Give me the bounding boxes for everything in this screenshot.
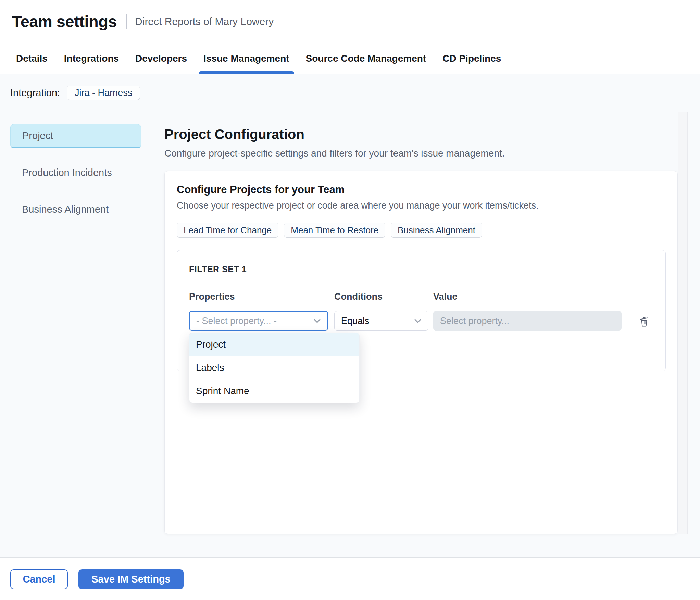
chevron-down-icon [414, 318, 422, 324]
delete-filter-button[interactable] [638, 311, 650, 331]
filter-set-title: FILTER SET 1 [189, 264, 665, 274]
page-subtitle: Direct Reports of Mary Lowery [135, 16, 274, 27]
conditions-column: Conditions Equals [334, 291, 428, 331]
properties-dropdown: Project Labels Sprint Name [189, 333, 360, 403]
integration-label: Integration: [10, 87, 60, 99]
tab-details[interactable]: Details [11, 43, 52, 74]
sidebar-item-production-incidents[interactable]: Production Incidents [10, 161, 141, 185]
settings-panes: Project Production Incidents Business Al… [0, 112, 700, 545]
tab-source-code-management[interactable]: Source Code Management [301, 43, 431, 74]
metric-chips: Lead Time for Change Mean Time to Restor… [177, 223, 666, 238]
settings-sidebar: Project Production Incidents Business Al… [8, 112, 153, 545]
dropdown-option-project[interactable]: Project [189, 333, 359, 356]
integration-row: Integration: Jira - Harness [0, 74, 700, 112]
dropdown-option-sprint-name[interactable]: Sprint Name [189, 379, 359, 403]
tab-integrations[interactable]: Integrations [59, 43, 124, 74]
section-title: Project Configuration [164, 126, 700, 142]
filter-set-1: FILTER SET 1 Properties - Select propert… [177, 250, 666, 371]
card-subtitle: Choose your respective project or code a… [177, 200, 666, 211]
tab-cd-pipelines[interactable]: CD Pipelines [438, 43, 506, 74]
conditions-select[interactable]: Equals [334, 311, 428, 331]
tab-panel-issue-management: Integration: Jira - Harness Project Prod… [0, 74, 700, 557]
conditions-select-value: Equals [341, 316, 370, 326]
properties-label: Properties [189, 291, 328, 302]
trash-icon [638, 314, 650, 327]
project-configuration-panel: Project Configuration Configure project-… [153, 112, 700, 545]
content-scrollbar[interactable] [678, 112, 688, 534]
value-column: Value [433, 291, 622, 331]
chip-lead-time-for-change[interactable]: Lead Time for Change [177, 223, 278, 238]
cancel-button[interactable]: Cancel [10, 569, 68, 589]
footer-actions: Cancel Save IM Settings [0, 557, 700, 600]
card-title: Configure Projects for your Team [177, 184, 666, 196]
page-header: Team settings Direct Reports of Mary Low… [0, 0, 700, 43]
integration-chip[interactable]: Jira - Harness [67, 86, 140, 100]
configure-projects-card: Configure Projects for your Team Choose … [164, 171, 678, 534]
value-input[interactable] [433, 311, 622, 331]
sidebar-item-business-alignment[interactable]: Business Alignment [10, 197, 141, 222]
tab-issue-management[interactable]: Issue Management [199, 43, 294, 74]
properties-select-placeholder: - Select property... - [196, 316, 277, 326]
page-title: Team settings [12, 12, 117, 31]
sidebar-item-project[interactable]: Project [10, 124, 141, 148]
tab-developers[interactable]: Developers [130, 43, 192, 74]
dropdown-option-labels[interactable]: Labels [189, 356, 359, 379]
properties-select[interactable]: - Select property... - [189, 311, 328, 331]
properties-column: Properties - Select property... - Projec… [189, 291, 328, 331]
section-description: Configure project-specific settings and … [164, 148, 700, 159]
save-im-settings-button[interactable]: Save IM Settings [78, 569, 184, 589]
chip-business-alignment[interactable]: Business Alignment [391, 223, 482, 238]
title-separator [126, 14, 127, 29]
value-label: Value [433, 291, 622, 302]
chip-mean-time-to-restore[interactable]: Mean Time to Restore [284, 223, 385, 238]
chevron-down-icon [313, 318, 321, 324]
tab-bar: Details Integrations Developers Issue Ma… [0, 43, 700, 74]
conditions-label: Conditions [334, 291, 428, 302]
filter-row: Properties - Select property... - Projec… [189, 291, 665, 331]
